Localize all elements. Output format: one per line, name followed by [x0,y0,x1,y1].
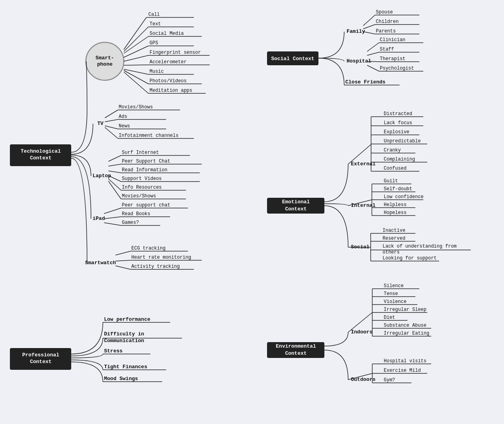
lack-understanding-label2: others [383,250,400,255]
read-books-label: Read Books [122,211,150,217]
tv-ads-line [105,119,118,122]
tech-to-ipad-line [71,157,91,219]
prof-context-label: Professional [22,352,59,358]
games-label: Games? [122,220,139,225]
accelerometer-label: Accelerometer [150,59,187,65]
tense-label: Tense [384,291,398,297]
smartwatch-heart-line [116,260,131,261]
social-family-line [318,32,344,58]
activity-label: Activity tracking [131,264,180,269]
svg-text:Context: Context [30,359,52,365]
mood-swings-label: Mood Swings [104,376,138,382]
hopeless-label: Hopeless [384,210,407,216]
svg-text:phone: phone [97,61,112,67]
inactive-label: Inactive [383,228,405,233]
hospital-visits-label: Hospital visits [384,358,426,364]
stress-label: Stress [104,348,123,354]
svg-text:Communication: Communication [104,338,144,344]
prof-mood-line [71,362,103,382]
cranky-label: Cranky [384,148,401,153]
prof-finances-line [71,360,103,370]
lack-focus-label: Lack focus [384,120,412,126]
silence-label: Silence [384,283,404,289]
irregular-eating-label: Irregular Eating [384,331,429,336]
parents-label: Parents [376,28,396,34]
gym-label: Gym? [384,377,395,383]
tv-movies-line [105,110,118,118]
fingerprint-label: Fingerprint sensor [150,50,201,55]
ipad-peer-line [104,208,121,214]
low-confidence-label: Low confidence [384,194,424,200]
guilt-label: Guilt [384,178,398,184]
ads-label: Ads [119,114,127,119]
children-label: Children [376,19,399,25]
family-label: Family [347,28,365,34]
social-friends-line [318,58,344,85]
smartwatch-label: Smartwatch [85,260,116,266]
unpredictable-label: Unpredictable [384,138,421,144]
smartwatch-activity-line [116,266,131,269]
social-media-label: Social Media [150,31,184,36]
laptop-movies-label: Movies/Shows [122,193,156,199]
spouse-label: Spouse [376,9,393,15]
text-label: Text [150,21,161,27]
smartphone-photos-line [124,70,148,84]
family-spouse-line [363,15,375,26]
tv-info-line [105,127,118,138]
smartphone-music-line [124,69,148,74]
hospital-psych-line [367,65,379,71]
lack-understanding-label1: Lack of understanding from [383,244,457,249]
laptop-peer-line [108,164,121,166]
movies-shows-label: Movies/Shows [119,104,153,110]
svg-text:Context: Context [30,155,52,161]
env-outdoors-line [324,350,348,380]
ipad-games-line [104,223,121,225]
emotional-internal-line [324,204,348,206]
hospital-therapist-line [367,61,379,62]
ipad-books-line [104,217,121,219]
distracted-label: Distracted [384,111,412,117]
ecg-label: ECG tracking [131,246,165,251]
hospital-staff-line [367,52,379,55]
tv-news-line [105,126,118,129]
helpless-label: Helpless [384,202,407,208]
clinician-label: Clinician [380,37,405,43]
laptop-surf-line [108,155,121,161]
smartphone-meditation-line [124,72,148,93]
tech-to-tv-line [71,124,93,154]
read-information-label: Read Information [122,167,167,173]
violence-label: Violence [384,299,407,305]
therapist-label: Therapist [380,56,405,62]
emotional-external-line [324,164,348,202]
smartwatch-ecg-line [116,251,131,255]
infotainment-label: Infotainment channels [119,133,178,138]
tv-label: TV [97,121,104,127]
emotional-social-line [324,206,348,247]
explosive-label: Explosive [384,129,409,135]
family-children-line [363,25,375,29]
confused-label: Confused [384,166,407,171]
info-resources-label: Info Resources [122,185,162,190]
hospital-clinician-line [367,43,379,51]
close-friends-label: Close Friends [345,79,386,85]
peer-support-chat-label: Peer Support Chat [122,159,170,164]
tech-to-smartphone-line [71,61,87,152]
meditation-label: Meditation apps [150,88,192,93]
call-label: Call [148,12,160,17]
social-context-label: Social Context [271,56,314,62]
ipad-peer-label: Peer support chat [122,203,170,208]
staff-label: Staff [380,47,394,52]
news-label: News [119,123,130,129]
photos-label: Photos/Videos [150,78,187,84]
surf-label: Surf Internet [122,150,159,155]
env-indoors-line [324,332,348,346]
tech-context-label: Technological [21,148,61,154]
tech-to-smartwatch-line [71,158,87,263]
env-context-label: Environmental [276,343,316,349]
laptop-movies-line [108,181,121,199]
self-doubt-label: Self-doubt [384,186,412,192]
smartphone-fingerprint-line [124,55,148,61]
social-hospital-line [318,58,344,61]
indoors-label: Indoors [351,329,373,335]
outdoors-label: Outdoors [351,377,376,382]
